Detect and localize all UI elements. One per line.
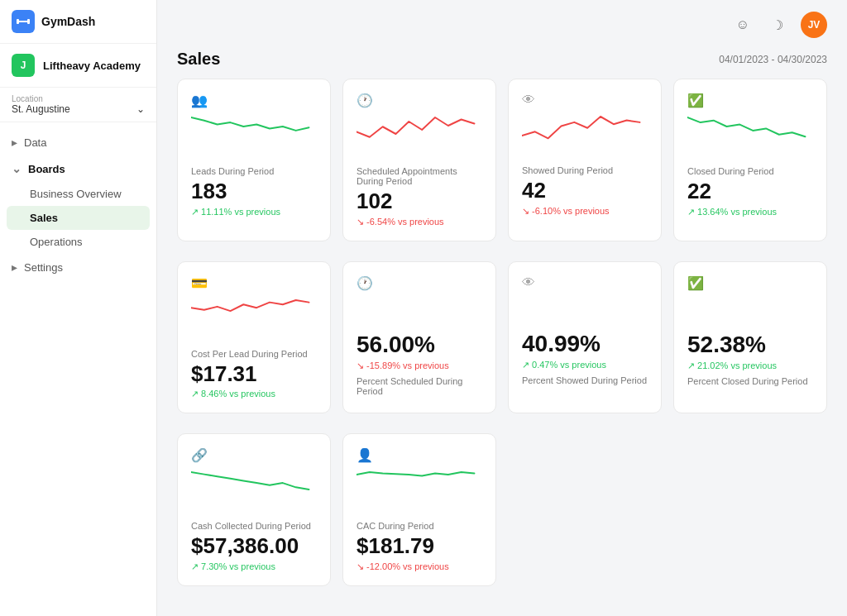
card-icon-scheduled: 🕐 bbox=[357, 93, 482, 108]
card-icon-pct_showed: 👁 bbox=[522, 275, 648, 290]
sidebar: GymDash J Liftheavy Academy Location St.… bbox=[0, 0, 157, 616]
card-trend-cost_per_lead: ↗ 8.46% vs previous bbox=[191, 389, 317, 399]
card-label-cac: CAC During Period bbox=[357, 521, 482, 531]
main-content: ☺ ☽ JV Sales 04/01/2023 - 04/30/2023 👥 L… bbox=[157, 0, 847, 616]
nav-item-boards[interactable]: ⌄ Boards bbox=[0, 155, 156, 182]
card-icon-closed: ✅ bbox=[687, 93, 813, 108]
card-value-showed: 42 bbox=[522, 179, 648, 203]
card-label-cost_per_lead: Cost Per Lead During Period bbox=[191, 349, 317, 359]
app-header: GymDash bbox=[0, 0, 156, 44]
card-value-cac: $181.79 bbox=[357, 534, 482, 558]
card-trend-showed: ↘ -6.10% vs previous bbox=[522, 206, 648, 217]
card-pct_showed: 👁 40.99% ↗ 0.47% vs previous Percent Sho… bbox=[508, 261, 662, 414]
page-title: Sales bbox=[177, 50, 220, 69]
nav-section: ▸ Data ⌄ Boards Business Overview Sales … bbox=[0, 122, 156, 287]
card-trend-cac: ↘ -12.00% vs previous bbox=[357, 561, 482, 572]
card-icon-cost_per_lead: 💳 bbox=[191, 275, 317, 291]
card-value-pct_showed: 40.99% bbox=[522, 332, 648, 357]
card-value-cost_per_lead: $17.31 bbox=[191, 362, 317, 386]
nav-item-data[interactable]: ▸ Data bbox=[0, 129, 156, 155]
card-icon-leads: 👥 bbox=[191, 93, 317, 108]
date-range: 04/01/2023 - 04/30/2023 bbox=[719, 54, 827, 65]
card-value-leads: 183 bbox=[191, 179, 317, 203]
card-icon-pct_scheduled: 🕐 bbox=[357, 275, 482, 291]
card-leads: 👥 Leads During Period 183 ↗ 11.11% vs pr… bbox=[177, 79, 331, 241]
brand-section: J Liftheavy Academy bbox=[0, 44, 156, 88]
help-icon[interactable]: ☺ bbox=[731, 13, 754, 36]
card-trend-pct_scheduled: ↘ -15.89% vs previous bbox=[357, 361, 482, 371]
svg-rect-1 bbox=[17, 19, 19, 24]
brand-icon: J bbox=[12, 54, 35, 77]
card-trend-leads: ↗ 11.11% vs previous bbox=[191, 207, 317, 217]
app-logo bbox=[12, 10, 35, 33]
card-pct_scheduled: 🕐 56.00% ↘ -15.89% vs previous Percent S… bbox=[342, 261, 496, 414]
card-value-closed: 22 bbox=[687, 179, 813, 203]
svg-rect-0 bbox=[18, 21, 28, 22]
nav-sub-sales[interactable]: Sales bbox=[7, 206, 150, 230]
card-value-pct_closed: 52.38% bbox=[687, 332, 813, 358]
card-label-closed: Closed During Period bbox=[687, 166, 813, 176]
top-bar-right: ☺ ☽ JV bbox=[731, 12, 827, 38]
card-cost_per_lead: 💳 Cost Per Lead During Period $17.31 ↗ 8… bbox=[177, 261, 331, 414]
nav-sub-business-overview[interactable]: Business Overview bbox=[0, 182, 156, 206]
moon-icon[interactable]: ☽ bbox=[766, 13, 789, 36]
nav-sub-operations[interactable]: Operations bbox=[0, 230, 156, 254]
card-cac: 👤 CAC During Period $181.79 ↘ -12.00% vs… bbox=[342, 433, 496, 586]
app-name: GymDash bbox=[41, 15, 95, 28]
card-icon-showed: 👁 bbox=[522, 93, 648, 107]
card-value-cash_collected: $57,386.00 bbox=[191, 534, 317, 558]
location-section[interactable]: Location St. Augustine ⌄ bbox=[0, 88, 156, 122]
card-value-pct_scheduled: 56.00% bbox=[357, 332, 482, 358]
user-avatar[interactable]: JV bbox=[801, 12, 827, 38]
card-trend-closed: ↗ 13.64% vs previous bbox=[687, 207, 813, 217]
nav-settings-label: Settings bbox=[24, 261, 63, 274]
nav-data-label: Data bbox=[24, 136, 46, 149]
card-label-pct_showed: Percent Showed During Period bbox=[522, 375, 648, 385]
cards-row-2: 💳 Cost Per Lead During Period $17.31 ↗ 8… bbox=[157, 261, 847, 434]
card-trend-pct_showed: ↗ 0.47% vs previous bbox=[522, 360, 648, 370]
card-icon-cac: 👤 bbox=[357, 447, 482, 463]
card-value-scheduled: 102 bbox=[357, 189, 482, 213]
location-label: Location bbox=[12, 94, 145, 103]
nav-boards-label: Boards bbox=[28, 163, 65, 175]
card-pct_closed: ✅ 52.38% ↗ 21.02% vs previous Percent Cl… bbox=[673, 261, 827, 414]
card-showed: 👁 Showed During Period 42 ↘ -6.10% vs pr… bbox=[508, 79, 662, 241]
card-trend-cash_collected: ↗ 7.30% vs previous bbox=[191, 561, 317, 572]
card-closed: ✅ Closed During Period 22 ↗ 13.64% vs pr… bbox=[673, 79, 827, 241]
card-icon-pct_closed: ✅ bbox=[687, 275, 813, 291]
page-header: Sales 04/01/2023 - 04/30/2023 bbox=[157, 50, 847, 79]
brand-name: Liftheavy Academy bbox=[43, 60, 141, 72]
nav-item-settings[interactable]: ▸ Settings bbox=[0, 254, 156, 280]
settings-icon: ▸ bbox=[12, 260, 17, 274]
cards-row-1: 👥 Leads During Period 183 ↗ 11.11% vs pr… bbox=[157, 79, 847, 261]
svg-rect-2 bbox=[27, 19, 30, 24]
boards-icon: ⌄ bbox=[12, 162, 22, 175]
card-cash_collected: 🔗 Cash Collected During Period $57,386.0… bbox=[177, 433, 331, 586]
card-scheduled: 🕐 Scheduled Appointments During Period 1… bbox=[342, 79, 496, 241]
cards-row-3: 🔗 Cash Collected During Period $57,386.0… bbox=[157, 433, 847, 606]
data-icon: ▸ bbox=[12, 136, 17, 149]
card-label-showed: Showed During Period bbox=[522, 165, 648, 175]
card-label-pct_closed: Percent Closed During Period bbox=[687, 376, 813, 386]
card-trend-scheduled: ↘ -6.54% vs previous bbox=[357, 217, 482, 227]
card-label-leads: Leads During Period bbox=[191, 166, 317, 176]
location-value: St. Augustine ⌄ bbox=[12, 103, 145, 115]
card-label-pct_scheduled: Percent Scheduled During Period bbox=[357, 376, 482, 396]
card-label-scheduled: Scheduled Appointments During Period bbox=[357, 166, 482, 186]
card-icon-cash_collected: 🔗 bbox=[191, 447, 317, 463]
top-bar: ☺ ☽ JV bbox=[157, 0, 847, 50]
card-label-cash_collected: Cash Collected During Period bbox=[191, 521, 317, 531]
card-trend-pct_closed: ↗ 21.02% vs previous bbox=[687, 361, 813, 371]
